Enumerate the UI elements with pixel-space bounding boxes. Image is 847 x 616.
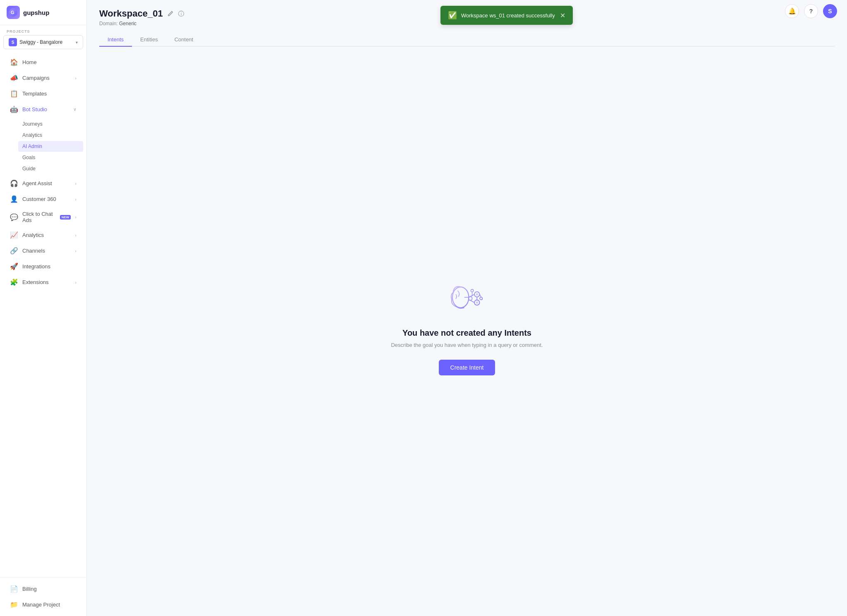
project-selector-left: S Swiggy - Bangalore: [9, 38, 62, 46]
sidebar-bottom: 📄 Billing 📁 Manage Project: [0, 577, 86, 616]
chevron-right-icon: ›: [75, 76, 77, 81]
chevron-down-icon: ∨: [73, 107, 77, 112]
manage-project-icon: 📁: [10, 601, 18, 609]
sidebar-item-label: Home: [22, 59, 77, 65]
notification-button[interactable]: 🔔: [785, 4, 799, 18]
sidebar-item-label: Templates: [22, 91, 77, 97]
project-chevron-icon: ▾: [76, 40, 78, 45]
project-name: Swiggy - Bangalore: [19, 39, 62, 45]
sidebar-item-label: Billing: [22, 586, 77, 592]
chevron-right-icon: ›: [75, 280, 77, 285]
project-selector[interactable]: S Swiggy - Bangalore ▾: [3, 35, 83, 49]
bot-studio-icon: 🤖: [10, 105, 18, 113]
create-intent-button[interactable]: Create Intent: [439, 360, 495, 375]
projects-label: PROJECTS: [0, 25, 86, 35]
sidebar-item-label: Channels: [22, 248, 71, 254]
billing-icon: 📄: [10, 585, 18, 593]
home-icon: 🏠: [10, 58, 18, 66]
chevron-right-icon: ›: [75, 181, 77, 186]
sidebar-item-label: Customer 360: [22, 196, 71, 202]
notification-icon: 🔔: [788, 7, 796, 15]
sidebar: G gupshup PROJECTS S Swiggy - Bangalore …: [0, 0, 87, 616]
click-to-chat-icon: 💬: [10, 213, 18, 221]
project-avatar: S: [9, 38, 17, 46]
channels-icon: 🔗: [10, 247, 18, 255]
empty-state-subtitle: Describe the goal you have when typing i…: [391, 342, 543, 348]
sidebar-item-agent-assist[interactable]: 🎧 Agent Assist ›: [3, 176, 83, 191]
analytics-icon: 📈: [10, 231, 18, 239]
sidebar-subitem-journeys[interactable]: Journeys: [18, 119, 83, 129]
empty-state: You have not created any Intents Describ…: [99, 47, 835, 608]
svg-line-17: [480, 294, 481, 297]
bot-studio-subnav: Journeys Analytics AI Admin Goals Guide: [0, 117, 86, 175]
main-content: 🔔 ? S Workspace_01 i Domain: G: [87, 0, 847, 616]
sidebar-item-label: Bot Studio: [22, 106, 69, 112]
sidebar-item-templates[interactable]: 📋 Templates: [3, 86, 83, 101]
svg-point-14: [471, 289, 473, 291]
tab-entities[interactable]: Entities: [132, 33, 166, 47]
domain-value: Generic: [119, 21, 136, 26]
chevron-right-icon: ›: [75, 215, 77, 220]
sidebar-item-label: Campaigns: [22, 75, 71, 81]
sidebar-item-customer360[interactable]: 👤 Customer 360 ›: [3, 191, 83, 207]
svg-point-8: [476, 301, 478, 303]
logo-container: G gupshup: [0, 0, 86, 25]
sidebar-item-bot-studio[interactable]: 🤖 Bot Studio ∨: [3, 102, 83, 117]
tab-intents[interactable]: Intents: [99, 33, 132, 47]
sidebar-item-label: Integrations: [22, 263, 77, 270]
agent-assist-icon: 🎧: [10, 179, 18, 187]
success-toast: ✅ Workspace ws_01 created successfully ✕: [440, 6, 573, 25]
chevron-right-icon: ›: [75, 248, 77, 253]
sidebar-item-integrations[interactable]: 🚀 Integrations: [3, 259, 83, 274]
sidebar-subitem-analytics[interactable]: Analytics: [18, 130, 83, 141]
new-badge: NEW: [60, 215, 71, 220]
help-icon: ?: [809, 8, 813, 14]
sidebar-item-home[interactable]: 🏠 Home: [3, 55, 83, 70]
logo-icon: G: [7, 6, 20, 19]
edit-workspace-button[interactable]: [167, 10, 174, 17]
tabs-container: Intents Entities Content: [99, 33, 835, 47]
integrations-icon: 🚀: [10, 263, 18, 270]
tab-content[interactable]: Content: [166, 33, 202, 47]
logo-text: gupshup: [23, 9, 49, 16]
sidebar-subitem-ai-admin[interactable]: AI Admin: [18, 141, 83, 152]
sidebar-subitem-guide[interactable]: Guide: [18, 163, 83, 174]
toast-close-button[interactable]: ✕: [560, 12, 565, 19]
customer360-icon: 👤: [10, 195, 18, 203]
svg-point-16: [480, 297, 482, 299]
svg-text:G: G: [11, 10, 14, 15]
sidebar-item-extensions[interactable]: 🧩 Extensions ›: [3, 275, 83, 290]
chevron-right-icon: ›: [75, 197, 77, 202]
sidebar-item-label: Agent Assist: [22, 180, 71, 186]
sidebar-item-label: Manage Project: [22, 602, 77, 608]
sidebar-item-analytics[interactable]: 📈 Analytics ›: [3, 227, 83, 243]
workspace-title: Workspace_01: [99, 8, 163, 19]
campaigns-icon: 📣: [10, 74, 18, 82]
svg-point-6: [476, 293, 478, 295]
help-button[interactable]: ?: [804, 4, 818, 18]
sidebar-item-click-to-chat[interactable]: 💬 Click to Chat Ads NEW ›: [3, 207, 83, 227]
toast-message: Workspace ws_01 created successfully: [461, 12, 555, 19]
templates-icon: 📋: [10, 90, 18, 98]
sidebar-item-label: Click to Chat Ads: [22, 211, 56, 223]
sidebar-item-channels[interactable]: 🔗 Channels ›: [3, 243, 83, 258]
empty-state-icon: [446, 279, 488, 318]
sidebar-item-label: Analytics: [22, 232, 71, 238]
extensions-icon: 🧩: [10, 278, 18, 286]
content-area: Workspace_01 i Domain: Generic Intents E…: [87, 0, 847, 616]
user-avatar[interactable]: S: [823, 4, 837, 18]
sidebar-item-manage-project[interactable]: 📁 Manage Project: [3, 597, 83, 612]
sidebar-item-billing[interactable]: 📄 Billing: [3, 581, 83, 597]
sidebar-item-label: Extensions: [22, 279, 71, 285]
sidebar-item-campaigns[interactable]: 📣 Campaigns ›: [3, 70, 83, 86]
chevron-right-icon: ›: [75, 233, 77, 238]
nav-section: 🏠 Home 📣 Campaigns › 📋 Templates 🤖 Bot S…: [0, 53, 86, 577]
success-icon: ✅: [448, 11, 457, 20]
empty-state-title: You have not created any Intents: [402, 328, 531, 338]
sidebar-subitem-goals[interactable]: Goals: [18, 152, 83, 163]
